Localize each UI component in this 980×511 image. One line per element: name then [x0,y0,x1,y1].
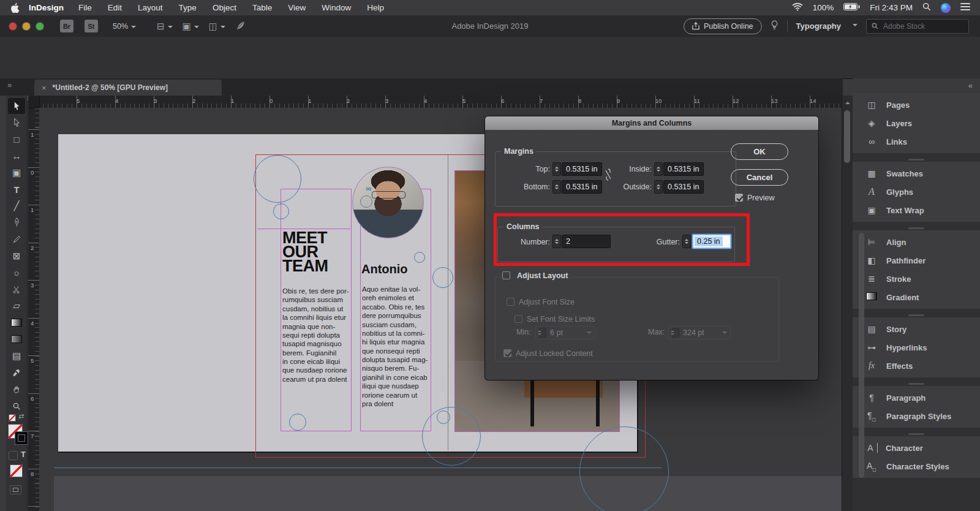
apple-menu-icon[interactable] [11,3,19,13]
menu-app-name[interactable]: InDesign [29,3,64,12]
dialog-title[interactable]: Margins and Columns [485,116,818,130]
close-tab-icon[interactable]: × [42,83,47,93]
view-options-chevron-icon[interactable] [168,26,173,31]
shape-tool[interactable]: ○ [8,265,25,281]
direct-selection-tool[interactable] [8,115,25,131]
free-transform-tool[interactable]: ▱ [8,298,25,314]
adobe-stock-search[interactable] [866,19,969,34]
panel-gradient[interactable]: Gradient [853,288,980,306]
panel-character[interactable]: ACharacter [853,439,980,457]
outside-field[interactable]: 0.5315 in [663,180,704,194]
note-tool[interactable]: ▤ [8,348,25,364]
selection-tool[interactable] [8,98,25,114]
line-tool[interactable]: ╱ [8,198,25,214]
publish-online-button[interactable]: Publish Online [684,18,762,34]
bridge-badge[interactable]: Br [60,20,74,32]
close-window-button[interactable] [9,22,17,31]
zoom-tool[interactable] [8,398,25,414]
menu-item-layout[interactable]: Layout [138,3,163,12]
panel-swatches[interactable]: ▦Swatches [853,164,980,183]
workspace-switcher[interactable]: Typography [796,21,841,31]
notification-center-icon[interactable] [960,3,970,12]
adjust-layout-checkbox[interactable] [502,271,510,279]
headline-text[interactable]: MEET OUR TEAM [282,231,351,273]
collapse-panels-icon[interactable]: « [968,81,973,90]
frame-tool[interactable]: ⊠ [8,248,25,264]
panel-layers[interactable]: ◈Layers [853,114,980,132]
dock-grip-handle[interactable] [908,433,924,435]
link-margins-icon[interactable] [604,167,612,184]
outside-stepper[interactable] [654,180,663,194]
workspace-chevron-icon[interactable] [853,24,858,29]
dock-group-gap[interactable] [853,312,980,317]
menu-item-object[interactable]: Object [213,3,236,12]
gradient-feather-tool[interactable] [8,331,25,347]
inside-field[interactable]: 0.5315 in [663,162,704,176]
formatting-container-button[interactable] [9,451,18,460]
panel-paragraph[interactable]: ¶Paragraph [853,388,980,407]
panel-story[interactable]: ▤Story [853,320,980,338]
bottom-stepper[interactable] [552,180,561,194]
lightbulb-icon[interactable] [771,20,778,32]
document-tab[interactable]: × *Untitled-2 @ 50% [GPU Preview] [34,80,222,96]
apply-none-button[interactable] [10,464,23,477]
dock-group-gap[interactable] [853,225,980,230]
menu-item-edit[interactable]: Edit [108,3,122,12]
screen-mode-chevron-icon[interactable] [194,26,199,31]
dock-group-gap[interactable] [853,431,980,436]
gpu-feather-icon[interactable] [236,21,246,32]
menu-item-help[interactable]: Help [367,3,384,12]
formatting-text-button[interactable]: T [21,450,26,459]
swap-fill-stroke-icon[interactable]: ⇄ [18,413,24,420]
panel-effects[interactable]: fxEffects [853,357,980,375]
dock-scroll-pill[interactable] [859,233,864,478]
spotlight-search-icon[interactable] [922,2,931,13]
dock-grip-handle[interactable] [908,314,924,316]
ok-button[interactable]: OK [731,143,788,160]
cancel-button[interactable]: Cancel [731,169,788,186]
stock-badge[interactable]: St [85,20,98,32]
panel-paragraph-styles[interactable]: ¶◻Paragraph Styles [853,407,980,425]
menu-clock[interactable]: Fri 2:43 PM [870,3,913,12]
menu-item-type[interactable]: Type [179,3,197,12]
siri-icon[interactable] [941,3,951,13]
dock-grip-handle[interactable] [908,227,924,229]
profile-name-text[interactable]: Antonio [361,262,408,276]
preview-label[interactable]: Preview [747,194,774,202]
panel-hyperlinks[interactable]: ⊶Hyperlinks [853,338,980,357]
panel-text-wrap[interactable]: ▣Text Wrap [853,201,980,219]
zoom-window-button[interactable] [36,22,44,31]
content-collector-tool[interactable]: ▣ [8,165,25,181]
column1-text[interactable]: Obis re, tes dere por- rumquibus susciam… [282,287,351,384]
column2-text[interactable]: Aquo enitae la vol- oreh enimoles et acc… [362,285,431,408]
hand-tool[interactable] [8,381,25,397]
vertical-ruler[interactable]: 1012345678 [28,108,40,511]
zoom-level-select[interactable]: 50% [113,22,128,31]
menu-item-table[interactable]: Table [252,3,272,12]
gradient-tool[interactable] [8,315,25,331]
panel-expand-icon[interactable]: » [7,80,12,89]
screen-mode-button[interactable] [10,485,21,494]
menu-item-window[interactable]: Window [322,3,351,12]
panel-character-styles[interactable]: A◻Character Styles [853,457,980,475]
scissors-tool[interactable] [8,281,25,297]
adjust-layout-label[interactable]: Adjust Layout [514,271,570,280]
stroke-color-well[interactable] [15,431,28,445]
page-tool[interactable]: □ [8,131,25,147]
dock-group-gap[interactable] [853,381,980,386]
bottom-field[interactable]: 0.5315 in [562,180,602,194]
inside-stepper[interactable] [654,162,663,176]
dock-grip-handle[interactable] [908,383,924,385]
top-field[interactable]: 0.5315 in [562,162,602,176]
top-stepper[interactable] [552,162,561,176]
zoom-chevron-icon[interactable] [131,26,136,31]
arrange-chevron-icon[interactable] [221,26,225,31]
ruler-origin-corner[interactable] [28,96,40,108]
panel-pages[interactable]: ◫Pages [853,96,980,114]
dock-grip-handle[interactable] [908,159,924,161]
view-options-icon[interactable]: ⊟ [157,21,165,31]
stock-search-input[interactable] [882,21,952,31]
scrollbar-thumb[interactable] [844,110,850,163]
menu-item-view[interactable]: View [288,3,306,12]
pencil-tool[interactable] [8,232,25,248]
